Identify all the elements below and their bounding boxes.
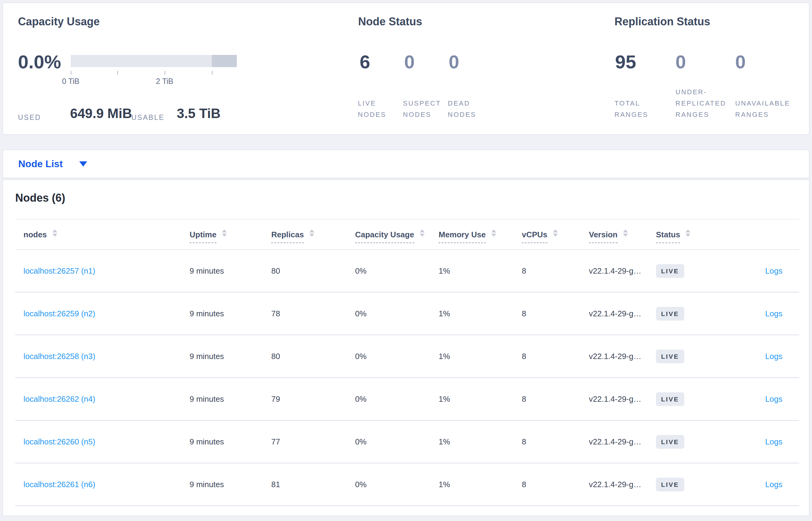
memory-cell: 1% [438, 378, 522, 420]
status-badge: LIVE [656, 349, 684, 363]
column-header-version[interactable]: Version [589, 219, 656, 250]
node-cell: localhost:26259 (n2) [15, 292, 190, 335]
column-header-label: Capacity Usage [355, 230, 414, 243]
column-header-uptime[interactable]: Uptime [190, 219, 271, 250]
chevron-down-icon [79, 161, 87, 166]
version-cell: v22.1.4-29-g… [589, 420, 656, 463]
column-header-capacity-usage[interactable]: Capacity Usage [355, 219, 438, 250]
replicas-cell: 78 [271, 292, 355, 335]
sort-icon[interactable] [553, 229, 558, 237]
replication-status-title: Replication Status [615, 15, 710, 28]
logs-cell: Logs [735, 463, 799, 506]
logs-cell: Logs [735, 250, 799, 292]
sort-icon[interactable] [222, 229, 227, 237]
status-badge: LIVE [656, 392, 684, 406]
table-row: localhost:26259 (n2) 9 minutes 78 0% 1% … [15, 292, 799, 335]
column-header-label: Memory Use [438, 230, 486, 243]
status-cell: LIVE [656, 250, 735, 292]
column-header-status[interactable]: Status [656, 219, 735, 250]
uptime-cell: 9 minutes [190, 250, 271, 292]
node-link[interactable]: localhost:26258 (n3) [23, 352, 95, 361]
capacity-cell: 0% [355, 335, 438, 378]
total-ranges-label: TOTAL RANGES [615, 98, 660, 120]
sort-icon[interactable] [52, 229, 57, 237]
node-list-dropdown-label: Node List [18, 158, 63, 169]
logs-link[interactable]: Logs [765, 394, 783, 404]
capacity-cell: 0% [355, 378, 438, 420]
sort-icon[interactable] [623, 229, 628, 237]
dead-nodes-label: DEAD NODES [448, 98, 488, 120]
status-badge: LIVE [656, 478, 684, 492]
unavailable-ranges-count: 0 [735, 52, 745, 71]
node-list-dropdown[interactable]: Node List [18, 150, 87, 178]
logs-link[interactable]: Logs [765, 309, 783, 318]
vcpus-cell: 8 [522, 250, 589, 292]
unavailable-ranges-label: UNAVAILABLE RANGES [735, 98, 802, 120]
capacity-cell: 0% [355, 420, 438, 463]
vcpus-cell: 8 [522, 335, 589, 378]
nodes-table: nodes Uptime Replicas Capacity Usage Mem… [15, 219, 798, 506]
uptime-cell: 9 minutes [190, 292, 271, 335]
logs-link[interactable]: Logs [765, 352, 783, 361]
uptime-cell: 9 minutes [190, 463, 271, 506]
logs-link[interactable]: Logs [765, 480, 783, 489]
capacity-cell: 0% [355, 250, 438, 292]
status-badge: LIVE [656, 307, 684, 321]
node-cell: localhost:26261 (n6) [15, 463, 190, 506]
replicas-cell: 81 [271, 463, 355, 506]
version-cell: v22.1.4-29-g… [589, 378, 656, 420]
sort-icon[interactable] [491, 229, 496, 237]
status-cell: LIVE [656, 292, 735, 335]
uptime-cell: 9 minutes [190, 420, 271, 463]
column-header-label: vCPUs [522, 230, 547, 243]
column-header-replicas[interactable]: Replicas [271, 219, 355, 250]
sort-icon[interactable] [420, 229, 425, 237]
logs-cell: Logs [735, 378, 799, 420]
logs-link[interactable]: Logs [765, 437, 783, 446]
sort-icon[interactable] [309, 229, 314, 237]
capacity-usage-bar: 0 TiB 2 TiB [71, 55, 237, 67]
column-header-nodes[interactable]: nodes [15, 219, 190, 250]
column-header-vcpus[interactable]: vCPUs [522, 219, 589, 250]
node-link[interactable]: localhost:26257 (n1) [23, 266, 95, 275]
axis-tick [71, 71, 71, 75]
table-row: localhost:26260 (n5) 9 minutes 77 0% 1% … [15, 420, 799, 463]
node-cell: localhost:26262 (n4) [15, 378, 190, 420]
version-cell: v22.1.4-29-g… [589, 292, 656, 335]
axis-tick-label: 2 TiB [156, 77, 173, 86]
status-badge: LIVE [656, 435, 684, 449]
node-link[interactable]: localhost:26260 (n5) [23, 437, 95, 446]
sort-icon[interactable] [686, 229, 690, 237]
node-cell: localhost:26258 (n3) [15, 335, 190, 378]
logs-cell: Logs [735, 292, 799, 335]
status-cell: LIVE [656, 378, 735, 420]
live-nodes-label: LIVE NODES [358, 98, 398, 120]
suspect-nodes-count: 0 [404, 52, 414, 71]
capacity-cell: 0% [355, 463, 438, 506]
node-link[interactable]: localhost:26262 (n4) [23, 394, 95, 404]
table-row: localhost:26257 (n1) 9 minutes 80 0% 1% … [15, 250, 799, 292]
column-header-label: Version [589, 230, 618, 243]
logs-cell: Logs [735, 335, 799, 378]
logs-cell: Logs [735, 420, 799, 463]
usable-label: USABLE [132, 113, 165, 122]
memory-cell: 1% [438, 420, 522, 463]
node-link[interactable]: localhost:26259 (n2) [23, 309, 95, 318]
axis-tick [117, 71, 118, 75]
table-header-row: nodes Uptime Replicas Capacity Usage Mem… [15, 219, 799, 250]
used-value: 649.9 MiB [70, 107, 132, 120]
vcpus-cell: 8 [522, 420, 589, 463]
node-link[interactable]: localhost:26261 (n6) [23, 480, 95, 489]
capacity-usage-percent: 0.0% [18, 52, 61, 71]
replicas-cell: 80 [271, 250, 355, 292]
logs-link[interactable]: Logs [765, 266, 783, 275]
cluster-summary-card: Capacity Usage 0.0% 0 TiB 2 TiB USED 649… [2, 2, 810, 135]
vcpus-cell: 8 [522, 463, 589, 506]
column-header-memory-use[interactable]: Memory Use [438, 219, 522, 250]
axis-tick [212, 71, 212, 75]
column-header-label: Replicas [271, 230, 304, 243]
nodes-table-title: Nodes (6) [15, 191, 65, 204]
memory-cell: 1% [438, 335, 522, 378]
table-row: localhost:26258 (n3) 9 minutes 80 0% 1% … [15, 335, 799, 378]
column-header-label: Uptime [190, 230, 216, 243]
